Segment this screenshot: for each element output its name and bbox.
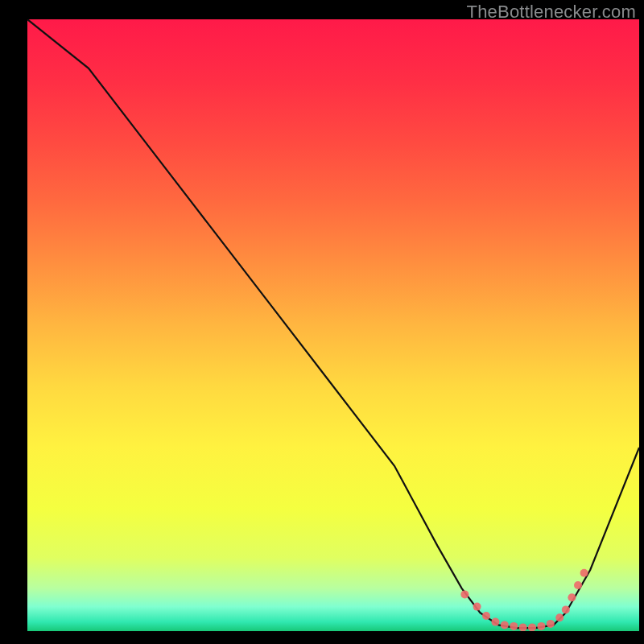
data-marker <box>510 622 518 630</box>
watermark-text: TheBottlenecker.com <box>467 2 636 23</box>
data-marker <box>460 590 469 598</box>
data-marker <box>568 593 576 601</box>
data-marker <box>519 623 527 631</box>
chart-canvas <box>27 19 639 631</box>
data-marker <box>537 622 545 630</box>
data-marker <box>528 623 536 631</box>
data-marker <box>482 612 490 620</box>
data-marker <box>574 581 582 589</box>
gradient-background <box>27 19 639 631</box>
data-marker <box>491 618 499 626</box>
data-marker <box>501 621 509 629</box>
data-marker <box>580 569 588 577</box>
data-marker <box>562 605 570 613</box>
data-marker <box>473 603 481 611</box>
data-marker <box>547 620 555 628</box>
data-marker <box>555 613 564 621</box>
